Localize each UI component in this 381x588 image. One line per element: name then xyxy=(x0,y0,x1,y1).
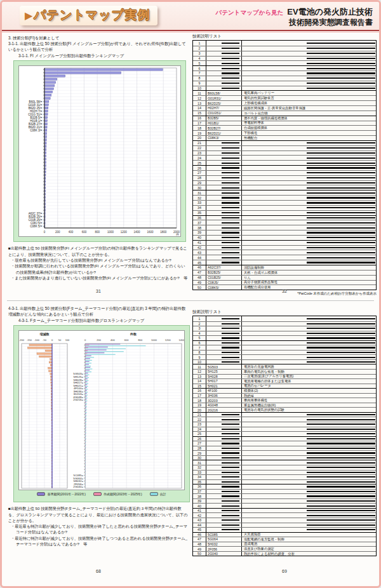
table-row: 4 xyxy=(193,331,376,336)
table-row: 1 xyxy=(193,41,376,46)
redaction-bar xyxy=(222,163,239,164)
redaction-bar xyxy=(307,88,375,89)
report-title-block: パテントマップから見たEV電池の発火防止技術 技術開発実態調査報告書 xyxy=(216,5,373,27)
redaction-bar xyxy=(307,505,375,507)
ranking-chart: 0200400600800100012001400160018002000B60… xyxy=(19,66,180,236)
table-row: 115G503電池等の充放電回路 xyxy=(193,364,376,369)
table-row: 485H032混成電池 xyxy=(193,542,376,547)
table-row: 194G048重金属無機化合物(III) xyxy=(193,403,376,408)
table-row: 42 xyxy=(193,245,376,250)
svg-text:400: 400 xyxy=(69,231,74,234)
table-row: 8 xyxy=(193,76,376,81)
redaction-bar xyxy=(307,262,375,263)
table-row: 49C08J5/高分子物質成形品製造 xyxy=(193,280,376,285)
legend-color-chip xyxy=(150,492,158,497)
legend-item: 基準期間(2001年～2022年) xyxy=(37,492,86,497)
redaction-bar xyxy=(222,357,239,358)
table-row: 30 xyxy=(193,455,376,460)
redaction-bar xyxy=(222,500,239,502)
table-row: 43 xyxy=(193,518,376,523)
redaction-bar xyxy=(307,323,375,324)
redaction-bar xyxy=(222,152,239,154)
table-row: 2 xyxy=(193,46,376,51)
page-number-31: 31 xyxy=(8,289,189,293)
table-row: 12G01R31/電気的性質試験装置 xyxy=(193,95,376,100)
section-4-column: 4-3-1. 出願件数上位 50 技術分類(Fターム_テーマコード分類)の最近(… xyxy=(8,305,189,547)
redaction-bar xyxy=(307,429,375,430)
redaction-bar xyxy=(307,53,375,54)
redaction-bar xyxy=(307,187,375,189)
redaction-bar xyxy=(307,152,375,154)
redaction-bar xyxy=(222,257,239,258)
redaction-bar xyxy=(307,491,375,492)
legend-color-chip xyxy=(93,492,102,497)
redaction-bar xyxy=(222,262,239,263)
redaction-bar xyxy=(222,247,239,248)
redaction-bar xyxy=(307,328,375,329)
redaction-bar xyxy=(307,207,375,208)
redaction-bar xyxy=(307,515,375,516)
finding-bullet: ・最近最も特許出願が減少しており、技術開発が終了したと思われる技術開発分野(Fタ… xyxy=(11,523,189,535)
redaction-bar xyxy=(222,443,239,444)
redaction-bar xyxy=(222,172,239,173)
svg-text:1200: 1200 xyxy=(165,338,171,342)
table-row: 41 xyxy=(193,240,376,245)
section-paragraph: 3-1-1. 出願件数上位 50 技術分類(FI メイングループ分類)が何であり… xyxy=(8,41,189,52)
table-row: 19B62D21/下部構造 xyxy=(193,130,376,135)
redaction-bar xyxy=(222,227,239,229)
table-row: 18B32B27/合成樹脂積層体 xyxy=(193,125,376,130)
redaction-bar xyxy=(222,212,239,213)
svg-text:1000: 1000 xyxy=(151,338,157,342)
redaction-bar xyxy=(222,462,239,464)
table-row: 28 xyxy=(193,446,376,451)
redaction-bar xyxy=(307,519,375,521)
report-page: ▶パテントマップ実例 パテントマップから見たEV電池の発火防止技術 技術開発実態… xyxy=(0,0,381,588)
table-row: 10 xyxy=(193,86,376,91)
redaction-bar xyxy=(222,361,239,363)
redaction-bar xyxy=(307,438,375,439)
report-tagline: パテントマップから見た xyxy=(216,9,284,16)
redaction-bar xyxy=(222,438,239,439)
redaction-bar xyxy=(307,342,375,344)
redaction-bar xyxy=(307,467,375,468)
chart-caption-gross: 4-3-1. Fターム_テーマコード分類別出願件数グロスランキングマップ xyxy=(18,318,189,324)
table-row: 145H017電池用電極の担体または集電体 xyxy=(193,378,376,384)
table-row: 8 xyxy=(193,350,376,355)
table-row: 35 xyxy=(193,479,376,484)
banner-title: パテントマップ実例 xyxy=(34,8,150,22)
page-number-68: 68 xyxy=(8,569,189,573)
svg-text:0: 0 xyxy=(84,338,86,342)
report-subtitle: 技術開発実態調査報告書 xyxy=(216,18,373,27)
table-row: 6 xyxy=(193,340,376,345)
redaction-bar xyxy=(307,486,375,487)
redaction-bar xyxy=(222,197,239,198)
table-row: 23 xyxy=(193,422,376,427)
redaction-bar xyxy=(307,481,375,483)
redaction-bar xyxy=(307,232,375,233)
table-row: 9 xyxy=(193,81,376,86)
report-title: EV電池の発火防止技術 xyxy=(287,7,373,17)
redaction-bar xyxy=(307,457,375,458)
page-header: ▶パテントマップ実例 パテントマップから見たEV電池の発火防止技術 技術開発実態… xyxy=(2,2,379,30)
table-row: 5 xyxy=(193,60,376,65)
redaction-bar xyxy=(307,510,375,511)
redaction-bar xyxy=(307,257,375,258)
table-row: 173H036熱絶縁 xyxy=(193,393,376,398)
tech-list-table-1: 1234567891011B60L58/電気車両バッテリー12G01R31/電気… xyxy=(192,40,377,290)
table-row: 39 xyxy=(193,498,376,504)
redaction-bar xyxy=(307,157,375,159)
table-row: 21 xyxy=(193,140,376,145)
svg-text:50: 50 xyxy=(58,338,62,342)
svg-text:600: 600 xyxy=(124,338,129,342)
section-3-column: 3. 技術分類(FI)を対象として 3-1-1. 出願件数上位 50 技術分類(… xyxy=(8,35,189,281)
table-row: 42 xyxy=(193,512,376,518)
table-row: 20C08K3/無機配合 xyxy=(193,135,376,140)
redaction-bar xyxy=(307,495,375,497)
legend-label: 作成期間(2023年～2025年) xyxy=(104,492,142,496)
svg-text:2G216=: 2G216= xyxy=(73,399,83,402)
redaction-bar xyxy=(307,361,375,363)
table-row: 202G216電池等の電気的状態の試験 xyxy=(193,407,376,412)
table-row: 502G040熱的手段による材料の調査、分析 xyxy=(193,551,376,556)
redaction-bar xyxy=(222,419,239,420)
table-row: 10 xyxy=(193,359,376,364)
